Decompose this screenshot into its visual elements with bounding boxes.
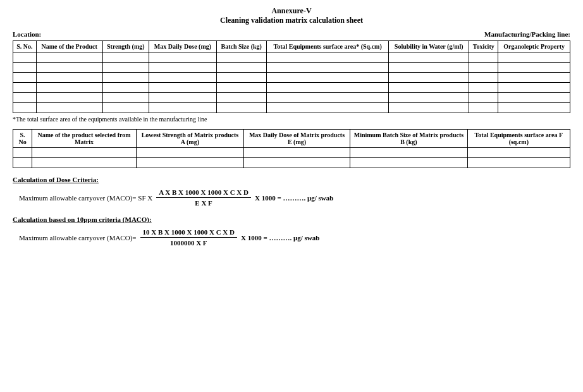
formula-line-1: Maximum allowable carryover (MACO)= SF X… [19,188,570,207]
table-row [13,103,570,113]
table-row [13,73,570,83]
table-row [13,158,570,168]
ppm-criteria-section: Calculation based on 10ppm criteria (MAC… [13,216,570,247]
col-organoleptic: Organoleptic Property [498,41,570,52]
table-row [13,52,570,63]
col-sno: S. No. [13,41,37,52]
footnote: *The total surface area of the equipment… [13,116,570,123]
table-row [13,93,570,103]
col-strength: Strength (mg) [102,41,149,52]
manufacturing-label: Manufacturing/Packing line: [484,30,570,38]
maco-label: Maximum allowable carryover (MACO)= SF X [19,194,152,202]
page-title: Annexure-V Cleaning validation matrix ca… [13,6,570,25]
ppm-criteria-title: Calculation based on 10ppm criteria (MAC… [13,216,570,223]
title-line2: Cleaning validation matrix calculation s… [13,16,570,25]
table-row [13,83,570,93]
col-solubility: Solubility in Water (g/ml) [389,41,469,52]
col-toxicity: Toxicity [469,41,498,52]
col2-lowest-strength: Lowest Strength of Matrix products A (mg… [137,130,244,148]
title-line1: Annexure-V [13,6,570,16]
col-max-daily-dose: Max Daily Dose (mg) [149,41,217,52]
col2-product-name: Name of the product selected from Matrix [32,130,137,148]
dose-formula: Maximum allowable carryover (MACO)= SF X… [19,188,570,207]
col2-sno: S. No [13,130,32,148]
col-batch-size: Batch Size (kg) [216,41,266,52]
fraction-block: A X B X 1000 X 1000 X C X D E X F [156,188,251,207]
suffix: X 1000 = ………. µg/ swab [255,194,333,202]
location-row: Location: Manufacturing/Packing line: [13,30,570,38]
ppm-suffix: X 1000 = ………. µg/ swab [241,234,319,242]
table-row [13,63,570,73]
col2-min-batch: Minimum Batch Size of Matrix products B … [350,130,467,148]
dose-criteria-section: Calculation of Dose Criteria: Maximum al… [13,176,570,207]
location-label: Location: [13,30,41,38]
ppm-numerator: 10 X B X 1000 X 1000 X C X D [140,228,237,238]
ppm-maco-label: Maximum allowable carryover (MACO)= [19,234,137,242]
table-row [13,148,570,158]
ppm-fraction-block: 10 X B X 1000 X 1000 X C X D 1000000 X F [140,228,237,247]
col-product-name: Name of the Product [36,41,102,52]
ppm-formula: Maximum allowable carryover (MACO)= 10 X… [19,228,570,247]
second-table-section: S. No Name of the product selected from … [13,129,570,168]
col2-total-equip: Total Equipments surface area F (sq.cm) [467,130,570,148]
ppm-denominator: 1000000 X F [168,238,210,247]
main-table: S. No. Name of the Product Strength (mg)… [13,40,570,113]
ppm-formula-line: Maximum allowable carryover (MACO)= 10 X… [19,228,570,247]
dose-criteria-title: Calculation of Dose Criteria: [13,176,570,183]
col2-max-daily-dose: Max Daily Dose of Matrix products E (mg) [243,130,350,148]
numerator: A X B X 1000 X 1000 X C X D [156,188,251,198]
col-total-equip: Total Equipments surface area* (Sq.cm) [266,41,389,52]
matrix-table: S. No Name of the product selected from … [13,129,570,168]
denominator: E X F [192,198,215,207]
